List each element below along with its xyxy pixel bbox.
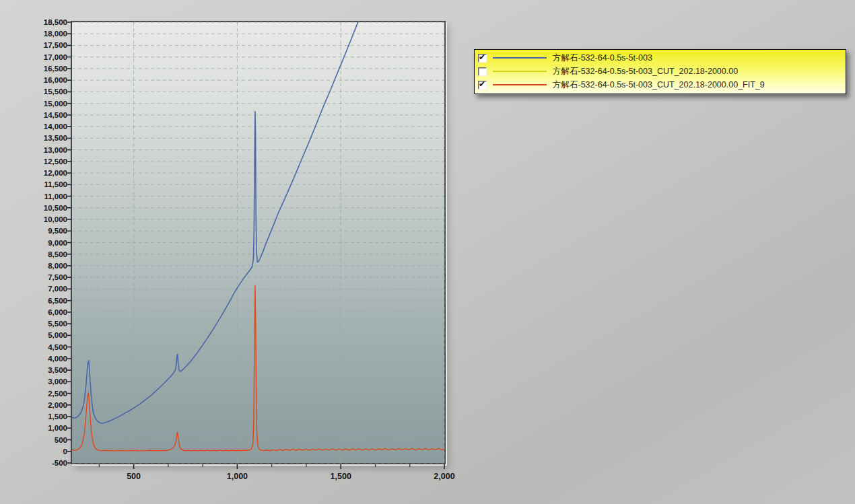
y-axis-label: 6,000	[5, 308, 67, 317]
y-axis-label: 18,000	[5, 29, 67, 38]
y-axis-label: 1,500	[5, 412, 67, 421]
y-axis-label: 2,000	[5, 400, 67, 410]
y-axis-label: 17,000	[5, 52, 67, 62]
series-line-sample	[493, 71, 547, 72]
y-axis-label: 8,000	[5, 261, 67, 271]
y-axis-label: -500	[5, 458, 67, 468]
legend-row[interactable]: ✔ 方解石-532-64-0.5s-5t-003_CUT_202.18-2000…	[475, 78, 846, 92]
y-axis-label: 14,000	[5, 122, 67, 131]
series-label: 方解石-532-64-0.5s-5t-003_CUT_202.18-2000.0…	[553, 66, 738, 77]
series-visibility-checkbox[interactable]: ✔	[478, 81, 487, 89]
legend-row[interactable]: ✔ 方解石-532-64-0.5s-5t-003	[475, 51, 846, 65]
y-axis-label: 500	[5, 435, 67, 445]
y-axis-label: 7,000	[5, 284, 67, 293]
checkmark-icon: ✔	[479, 52, 485, 63]
x-axis-label: 500	[104, 471, 164, 482]
x-axis-label: 2,000	[414, 471, 475, 482]
y-axis-label: 13,500	[5, 133, 67, 143]
y-axis-label: 15,000	[5, 99, 67, 108]
series-visibility-checkbox[interactable]: ✔	[478, 67, 487, 76]
y-axis-label: 2,500	[5, 389, 67, 398]
y-axis-label: 7,500	[5, 273, 67, 282]
y-axis-label: 6,500	[5, 296, 67, 305]
y-axis-label: 10,500	[5, 203, 67, 213]
series-curve-2	[72, 285, 444, 451]
y-axis-label: 14,500	[5, 110, 67, 120]
y-axis-label: 15,500	[5, 87, 67, 96]
y-axis-label: 3,000	[5, 377, 67, 386]
y-axis-label: 4,500	[5, 343, 67, 352]
series-label: 方解石-532-64-0.5s-5t-003	[553, 52, 652, 64]
series-label: 方解石-532-64-0.5s-5t-003_CUT_202.18-2000.0…	[553, 79, 765, 91]
x-axis-label: 1,500	[310, 471, 371, 482]
app-window: { "legend": { "items": [ { "checked": tr…	[0, 0, 855, 504]
y-axis-label: 10,000	[5, 215, 67, 224]
y-axis-label: 4,000	[5, 354, 67, 363]
y-axis-label: 0	[5, 447, 67, 456]
x-axis-label: 1,000	[207, 471, 267, 482]
y-axis-label: 3,500	[5, 365, 67, 375]
y-axis-label: 5,500	[5, 319, 67, 328]
series-curve-0	[72, 5, 365, 423]
y-axis-label: 9,000	[5, 238, 67, 248]
y-axis-label: 11,500	[5, 180, 67, 189]
spectrum-chart[interactable]	[72, 22, 444, 463]
y-axis-label: 8,500	[5, 250, 67, 259]
legend-row[interactable]: ✔ 方解石-532-64-0.5s-5t-003_CUT_202.18-2000…	[475, 65, 846, 78]
series-visibility-checkbox[interactable]: ✔	[478, 54, 487, 63]
y-axis-label: 1,000	[5, 423, 67, 433]
y-axis-label: 13,000	[5, 145, 67, 155]
y-axis-label: 18,500	[5, 17, 67, 27]
y-axis-label: 17,500	[5, 40, 67, 50]
y-axis-label: 12,500	[5, 157, 67, 166]
y-axis-label: 11,000	[5, 192, 67, 201]
y-axis-label: 16,500	[5, 64, 67, 73]
series-line-sample	[493, 84, 547, 85]
y-axis-label: 5,000	[5, 330, 67, 340]
legend-box: ✔ 方解石-532-64-0.5s-5t-003 ✔ 方解石-532-64-0.…	[474, 49, 846, 94]
checkmark-icon: ✔	[479, 79, 485, 89]
y-axis-label: 9,500	[5, 226, 67, 236]
y-axis-label: 12,000	[5, 168, 67, 178]
y-axis-label: 16,000	[5, 75, 67, 85]
chart-plot-area[interactable]	[71, 21, 446, 464]
series-line-sample	[493, 57, 547, 59]
